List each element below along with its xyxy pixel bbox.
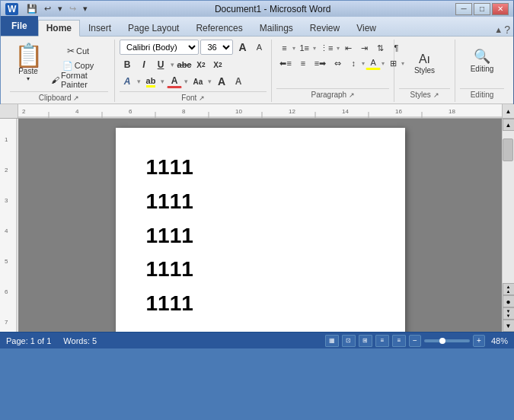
doc-line-4: 1111 bbox=[146, 253, 375, 287]
line-spacing-dropdown[interactable]: ▾ bbox=[362, 60, 365, 67]
align-center-button[interactable]: ≡ bbox=[295, 56, 311, 70]
clipboard-expand[interactable]: ↗ bbox=[73, 94, 79, 102]
cut-button[interactable]: ✂ Cut bbox=[48, 44, 108, 58]
tab-file[interactable]: File bbox=[1, 16, 38, 36]
align-left-button[interactable]: ⬅≡ bbox=[276, 56, 294, 70]
editing-button[interactable]: 🔍 Editing bbox=[458, 41, 506, 79]
shrink-font-button[interactable]: A bbox=[251, 40, 267, 54]
numbering-button[interactable]: 1≡ bbox=[296, 41, 312, 55]
paragraph-expand[interactable]: ↗ bbox=[349, 91, 355, 99]
print-layout-button[interactable]: ▦ bbox=[325, 335, 339, 347]
outline-button[interactable]: ≡ bbox=[375, 335, 389, 347]
tab-mailings[interactable]: Mailings bbox=[251, 19, 302, 36]
styles-button[interactable]: Aı Styles bbox=[398, 44, 452, 82]
close-button[interactable]: ✕ bbox=[492, 3, 509, 15]
scroll-down-button[interactable]: ▼ bbox=[503, 320, 515, 332]
paste-dropdown[interactable]: ▾ bbox=[27, 75, 30, 82]
zoom-out-button[interactable]: − bbox=[409, 335, 421, 347]
bullets-dropdown[interactable]: ▾ bbox=[292, 45, 295, 52]
maximize-button[interactable]: □ bbox=[474, 3, 490, 15]
highlight-button[interactable]: ab bbox=[143, 75, 158, 88]
text-effects-dropdown[interactable]: ▾ bbox=[137, 78, 141, 85]
font-name-select[interactable]: Calibri (Body) bbox=[120, 40, 199, 55]
highlight-dropdown[interactable]: ▾ bbox=[161, 78, 164, 85]
scroll-thumb[interactable] bbox=[503, 138, 513, 161]
clipboard-sub-buttons: ✂ Cut 📄 Copy 🖌 Format Painter bbox=[48, 40, 108, 87]
styles-expand[interactable]: ↗ bbox=[433, 91, 439, 99]
shading-button[interactable]: A bbox=[366, 56, 381, 70]
web-layout-button[interactable]: ⊞ bbox=[359, 335, 372, 347]
underline-button[interactable]: U bbox=[153, 58, 168, 72]
zoom-thumb[interactable] bbox=[439, 338, 445, 344]
paste-button[interactable]: 📋 Paste ▾ bbox=[10, 40, 46, 87]
zoom-level[interactable]: 48% bbox=[491, 336, 508, 345]
numbering-dropdown[interactable]: ▾ bbox=[313, 45, 316, 52]
full-screen-button[interactable]: ⊡ bbox=[342, 335, 356, 347]
zoom-in-button[interactable]: + bbox=[473, 335, 485, 347]
undo-dropdown[interactable]: ▾ bbox=[56, 3, 65, 14]
bullets-button[interactable]: ≡ bbox=[276, 41, 292, 55]
line-spacing-button[interactable]: ↕ bbox=[346, 56, 361, 70]
align-right-button[interactable]: ≡➡ bbox=[311, 56, 329, 70]
ruler-row: 2 4 6 8 10 12 14 16 18 ▲ bbox=[0, 104, 514, 119]
change-case-dropdown[interactable]: ▾ bbox=[208, 78, 212, 85]
ruler-scroll[interactable]: ▲ bbox=[502, 104, 514, 118]
shading-dropdown[interactable]: ▾ bbox=[382, 60, 385, 67]
grow-font-button[interactable]: A bbox=[235, 40, 250, 54]
text-highlight-button[interactable]: A bbox=[231, 75, 246, 88]
tab-review[interactable]: Review bbox=[302, 19, 348, 36]
scroll-track[interactable] bbox=[503, 131, 514, 283]
tab-view[interactable]: View bbox=[348, 19, 385, 36]
select-browse-button[interactable]: ● bbox=[503, 295, 515, 307]
ribbon-collapse[interactable]: ▲ bbox=[494, 25, 503, 34]
help-button[interactable]: ? bbox=[504, 24, 510, 36]
prev-page-button[interactable]: ▲▲ bbox=[503, 283, 515, 295]
bold-button[interactable]: B bbox=[120, 58, 135, 72]
save-button[interactable]: 💾 bbox=[24, 3, 40, 14]
multilevel-dropdown[interactable]: ▾ bbox=[337, 45, 340, 52]
superscript-button[interactable]: X2 bbox=[210, 58, 225, 72]
tab-references[interactable]: References bbox=[187, 19, 251, 36]
customize-qat[interactable]: ▾ bbox=[81, 3, 90, 14]
minimize-button[interactable]: ─ bbox=[455, 3, 472, 15]
styles-group: Aı Styles Styles ↗ bbox=[394, 40, 455, 102]
multilevel-button[interactable]: ⋮≡ bbox=[317, 41, 336, 55]
next-page-button[interactable]: ▼▼ bbox=[503, 307, 515, 320]
font-color-dropdown[interactable]: ▾ bbox=[184, 78, 188, 85]
decrease-indent-button[interactable]: ⇤ bbox=[340, 41, 356, 55]
document-content[interactable]: 1111 1111 1111 1111 1111 bbox=[146, 151, 375, 321]
justify-button[interactable]: ⇔ bbox=[330, 56, 345, 70]
editing-icon: 🔍 bbox=[474, 48, 490, 65]
font-color-button[interactable]: A bbox=[167, 75, 182, 88]
paste-icon: 📋 bbox=[14, 44, 43, 67]
redo-button[interactable]: ↪ bbox=[67, 3, 78, 14]
font-size-select[interactable]: 36 bbox=[200, 40, 233, 55]
ribbon: 📋 Paste ▾ ✂ Cut 📄 Copy 🖌 Format bbox=[1, 37, 513, 104]
more-format-row: A ▾ ab ▾ A ▾ Aa ▾ A A bbox=[120, 75, 267, 88]
italic-button[interactable]: I bbox=[136, 58, 152, 72]
format-painter-button[interactable]: 🖌 Format Painter bbox=[48, 73, 108, 87]
copy-label: Copy bbox=[75, 61, 94, 70]
font-expand[interactable]: ↗ bbox=[199, 94, 205, 102]
svg-rect-0 bbox=[18, 104, 502, 118]
strikethrough-button[interactable]: abc bbox=[177, 58, 192, 72]
sort-button[interactable]: ⇅ bbox=[372, 41, 388, 55]
change-case-button[interactable]: Aa bbox=[190, 75, 206, 88]
paragraph-row2: ⬅≡ ≡ ≡➡ ⇔ ↕ ▾ A ▾ ⊞ ▾ bbox=[276, 56, 404, 70]
zoom-slider[interactable] bbox=[424, 339, 470, 342]
underline-dropdown[interactable]: ▾ bbox=[171, 61, 174, 68]
tab-home[interactable]: Home bbox=[38, 20, 80, 37]
scroll-up-button[interactable]: ▲ bbox=[503, 119, 515, 131]
tab-page-layout[interactable]: Page Layout bbox=[120, 19, 187, 36]
clear-format-button[interactable]: A bbox=[214, 75, 229, 88]
tab-insert[interactable]: Insert bbox=[80, 19, 120, 36]
draft-button[interactable]: ≡ bbox=[392, 335, 406, 347]
subscript-button[interactable]: X2 bbox=[193, 58, 209, 72]
vertical-scrollbar[interactable]: ▲ ▲▲ ● ▼▼ ▼ bbox=[502, 119, 514, 332]
document-scroll-area[interactable]: 1111 1111 1111 1111 1111 bbox=[18, 119, 502, 332]
undo-button[interactable]: ↩ bbox=[42, 3, 53, 14]
text-effects-button[interactable]: A bbox=[120, 75, 135, 88]
styles-label: Styles bbox=[414, 66, 435, 75]
editing-label: Editing bbox=[471, 65, 494, 73]
increase-indent-button[interactable]: ⇥ bbox=[356, 41, 372, 55]
